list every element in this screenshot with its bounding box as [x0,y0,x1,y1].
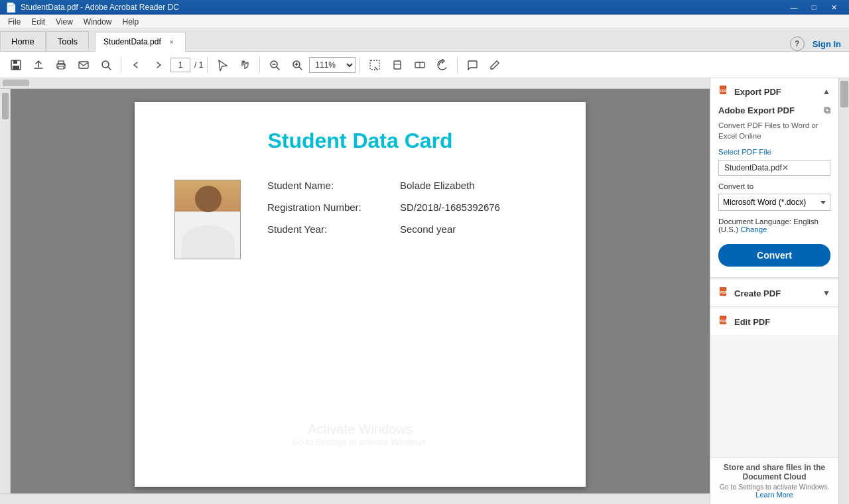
tab-close-button[interactable]: × [166,36,177,47]
svg-rect-17 [370,60,379,70]
markup-button[interactable] [484,54,505,76]
pdf-canvas: Student Data Card Student Nam [11,89,710,493]
field-name: Student Name: Bolade Elizabeth [267,180,546,191]
comment-button[interactable] [462,54,483,76]
student-fields: Student Name: Bolade Elizabeth Registrat… [267,180,546,245]
tab-actions: ? Sign In [782,36,849,51]
create-pdf-chevron: ▼ [822,288,830,298]
select-pdf-label: Select PDF File [718,148,830,156]
select-tool-button[interactable] [212,54,233,76]
fit-page-button[interactable] [387,54,408,76]
svg-rect-2 [13,66,19,70]
toolbar-separator-3 [259,57,260,73]
fit-width-button[interactable] [409,54,430,76]
convert-to-label: Convert to [718,182,830,190]
toolbar: / 1 111% 50% 75% 100% 125% 150% 200% [0,52,849,78]
print-button[interactable] [50,54,72,76]
marquee-zoom-button[interactable] [364,54,385,76]
document-title: Student Data Card [174,129,546,153]
export-pdf-header[interactable]: PDF Export PDF ▲ [710,78,838,105]
svg-rect-19 [394,61,401,69]
cloud-notice-link[interactable]: Learn More [755,491,793,499]
edit-pdf-section: PDF Edit PDF [710,308,838,335]
bottom-scrollbar[interactable] [0,493,710,504]
left-scrollbar[interactable] [0,89,11,493]
adobe-export-title: Adobe Export PDF ⧉ [718,105,830,116]
adobe-export-info-icon[interactable]: ⧉ [824,105,830,116]
edit-pdf-header[interactable]: PDF Edit PDF [710,308,838,335]
right-panel: PDF Export PDF ▲ Adobe Export PDF ⧉ Conv… [710,78,849,504]
pdf-file-box: StudentData.pdf ✕ [718,160,830,176]
svg-point-6 [64,64,65,66]
export-pdf-body: Adobe Export PDF ⧉ Convert PDF Files to … [710,105,838,277]
search-button[interactable] [96,54,117,76]
page-total: / 1 [194,60,203,70]
toolbar-separator-5 [457,57,458,73]
create-pdf-section: PDF Create PDF ▼ [710,280,838,307]
student-photo [174,180,241,259]
zoom-select[interactable]: 111% 50% 75% 100% 125% 150% 200% [309,57,356,73]
app-icon: 📄 [5,2,17,13]
svg-line-12 [277,67,279,70]
prev-page-button[interactable] [125,54,147,76]
page-number-input[interactable] [170,58,190,72]
tab-document[interactable]: StudentData.pdf × [95,32,186,52]
upload-button[interactable] [28,54,49,76]
convert-button[interactable]: Convert [718,244,830,267]
svg-text:PDF: PDF [720,290,727,294]
menu-window[interactable]: Window [78,16,117,28]
save-button[interactable] [5,54,27,76]
toolbar-separator-2 [207,57,208,73]
rotate-button[interactable] [432,54,453,76]
svg-line-16 [299,67,302,70]
top-scrollbar[interactable] [0,78,710,89]
pdf-area: Student Data Card Student Nam [0,78,710,504]
next-page-button[interactable] [148,54,169,76]
pdf-clear-button[interactable]: ✕ [782,163,824,172]
menu-edit[interactable]: Edit [26,16,50,28]
tab-bar: Home Tools StudentData.pdf × ? Sign In [0,29,849,52]
cloud-notice-title: Store and share files in the Document Cl… [718,463,830,481]
tab-home[interactable]: Home [0,31,46,51]
adobe-export-desc: Convert PDF Files to Word or Excel Onlin… [718,120,830,141]
svg-text:PDF: PDF [720,89,727,93]
hand-tool-button[interactable] [234,54,255,76]
export-pdf-title: Export PDF [734,87,817,97]
toolbar-separator-1 [121,57,121,73]
help-button[interactable]: ? [790,36,805,51]
svg-rect-1 [13,60,17,64]
minimize-button[interactable]: — [784,0,804,15]
field-reg: Registration Number: SD/2018/-1685392676 [267,202,546,213]
tab-tools[interactable]: Tools [46,31,89,51]
create-pdf-header[interactable]: PDF Create PDF ▼ [710,280,838,306]
window-title: StudentData.pdf - Adobe Acrobat Reader D… [21,3,784,12]
maximize-button[interactable]: □ [804,0,824,15]
windows-watermark: Activate Windows Go to Settings to activ… [292,422,428,447]
create-pdf-title: Create PDF [734,288,817,298]
edit-pdf-title: Edit PDF [734,317,830,327]
svg-text:PDF: PDF [720,319,727,323]
export-pdf-chevron: ▲ [822,87,830,96]
zoom-in-button[interactable] [287,54,308,76]
pdf-page: Student Data Card Student Nam [135,102,586,487]
create-pdf-icon: PDF [718,286,729,300]
menu-view[interactable]: View [50,16,78,28]
document-language-row: Document Language: English (U.S.) Change [718,218,830,233]
pdf-filename: StudentData.pdf [724,163,782,172]
toolbar-separator-4 [359,57,360,73]
svg-line-9 [108,67,111,70]
close-button[interactable]: ✕ [824,0,844,15]
export-pdf-section: PDF Export PDF ▲ Adobe Export PDF ⧉ Conv… [710,78,838,279]
right-panel-scrollbar[interactable] [838,78,849,504]
field-year: Student Year: Second year [267,223,546,235]
menu-help[interactable]: Help [117,16,145,28]
svg-rect-5 [58,66,64,69]
title-bar: 📄 StudentData.pdf - Adobe Acrobat Reader… [0,0,849,15]
doc-lang-change-link[interactable]: Change [740,225,767,233]
main-layout: Student Data Card Student Nam [0,78,849,504]
email-button[interactable] [73,54,94,76]
menu-file[interactable]: File [3,16,26,28]
zoom-out-button[interactable] [264,54,285,76]
convert-to-select[interactable]: Microsoft Word (*.docx) Microsoft Excel … [718,194,830,211]
signin-button[interactable]: Sign In [813,39,841,49]
